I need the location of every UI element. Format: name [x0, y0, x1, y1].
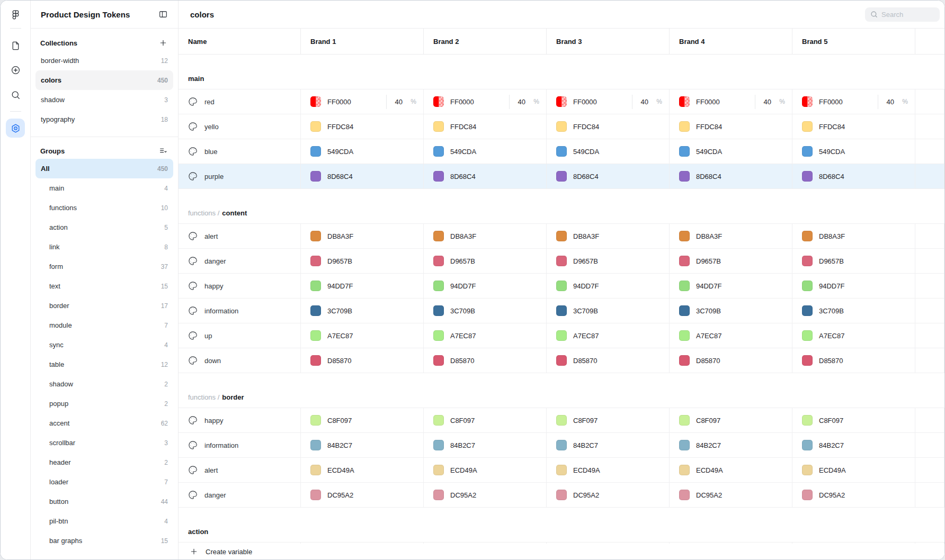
hex-value[interactable]: A7EC87	[327, 332, 353, 340]
brand-value-cell[interactable]: FF000040%	[301, 89, 424, 114]
color-swatch[interactable]	[679, 330, 690, 341]
color-swatch[interactable]	[433, 415, 444, 426]
color-swatch[interactable]	[802, 171, 813, 182]
sidebar-item-border-width[interactable]: border-width12	[35, 51, 173, 70]
brand-value-cell[interactable]: FF000040%	[792, 89, 915, 114]
sidebar-item-main[interactable]: main4	[35, 178, 173, 198]
color-swatch[interactable]	[310, 440, 321, 450]
brand-value-cell[interactable]: 3C709B	[670, 299, 792, 323]
hex-value[interactable]: C8F097	[819, 417, 843, 424]
sidebar-item-loader[interactable]: loader7	[35, 472, 173, 492]
brand-value-cell[interactable]: FFDC84	[301, 114, 424, 139]
brand-value-cell[interactable]: D9657B	[547, 249, 670, 273]
add-collection-icon[interactable]	[158, 38, 168, 48]
brand-value-cell[interactable]: FFDC84	[424, 114, 547, 139]
brand-value-cell[interactable]: 84B2C7	[792, 433, 915, 457]
hex-value[interactable]: FF0000	[573, 98, 597, 106]
figma-logo-icon[interactable]	[6, 5, 25, 24]
hex-value[interactable]: ECD49A	[327, 466, 354, 474]
hex-value[interactable]: 8D68C4	[450, 173, 476, 180]
brand-value-cell[interactable]: C8F097	[670, 408, 792, 432]
token-row-danger[interactable]: dangerDC95A2DC95A2DC95A2DC95A2DC95A2	[179, 483, 944, 508]
sidebar-item-bar-graphs[interactable]: bar graphs15	[35, 531, 173, 550]
hex-value[interactable]: A7EC87	[696, 332, 721, 340]
brand-value-cell[interactable]: 8D68C4	[792, 164, 915, 188]
sidebar-item-All[interactable]: All450	[35, 159, 173, 178]
color-swatch[interactable]	[556, 171, 567, 182]
token-row-information[interactable]: information3C709B3C709B3C709B3C709B3C709…	[179, 299, 944, 323]
color-swatch[interactable]	[679, 490, 690, 500]
brand-value-cell[interactable]: ECD49A	[301, 458, 424, 482]
brand-value-cell[interactable]: DC95A2	[424, 483, 547, 507]
hex-value[interactable]: D9657B	[696, 257, 721, 265]
brand-value-cell[interactable]: FF000040%	[670, 89, 792, 114]
hex-value[interactable]: 3C709B	[573, 307, 598, 315]
hex-value[interactable]: DB8A3F	[573, 232, 599, 240]
brand-value-cell[interactable]: ECD49A	[670, 458, 792, 482]
color-swatch[interactable]	[679, 465, 690, 475]
color-swatch[interactable]	[310, 415, 321, 426]
hex-value[interactable]: FF0000	[696, 98, 720, 106]
color-swatch[interactable]	[556, 121, 567, 132]
color-swatch[interactable]	[310, 121, 321, 132]
brand-value-cell[interactable]: 549CDA	[547, 139, 670, 164]
color-swatch[interactable]	[310, 256, 321, 266]
color-swatch[interactable]	[433, 490, 444, 500]
sidebar-item-pil-btn[interactable]: pil-btn4	[35, 511, 173, 531]
brand-value-cell[interactable]: C8F097	[547, 408, 670, 432]
hex-value[interactable]: C8F097	[573, 417, 598, 424]
color-swatch[interactable]	[556, 330, 567, 341]
color-swatch[interactable]	[310, 171, 321, 182]
hex-value[interactable]: DB8A3F	[450, 232, 476, 240]
name-cell[interactable]: happy	[179, 274, 301, 298]
brand-value-cell[interactable]: 549CDA	[792, 139, 915, 164]
hex-value[interactable]: 549CDA	[819, 148, 845, 156]
color-swatch[interactable]	[802, 305, 813, 316]
sidebar-item-action[interactable]: action5	[35, 218, 173, 237]
hex-value[interactable]: 84B2C7	[573, 441, 598, 449]
hex-value[interactable]: DC95A2	[819, 491, 845, 499]
hex-value[interactable]: FFDC84	[327, 123, 353, 131]
brand-value-cell[interactable]: C8F097	[301, 408, 424, 432]
color-swatch[interactable]	[556, 96, 567, 107]
hex-value[interactable]: A7EC87	[819, 332, 844, 340]
brand-value-cell[interactable]: ECD49A	[424, 458, 547, 482]
name-cell[interactable]: happy	[179, 408, 301, 432]
brand-value-cell[interactable]: 3C709B	[547, 299, 670, 323]
color-swatch[interactable]	[310, 231, 321, 241]
color-swatch[interactable]	[556, 146, 567, 157]
token-row-alert[interactable]: alertDB8A3FDB8A3FDB8A3FDB8A3FDB8A3F	[179, 224, 944, 249]
sidebar-item-scrollbar[interactable]: scrollbar3	[35, 433, 173, 453]
color-swatch[interactable]	[433, 305, 444, 316]
brand-value-cell[interactable]: FFDC84	[547, 114, 670, 139]
sidebar-item-border[interactable]: border17	[35, 296, 173, 315]
hex-value[interactable]: D85870	[450, 357, 475, 365]
name-cell[interactable]: danger	[179, 483, 301, 507]
brand-value-cell[interactable]: DC95A2	[301, 483, 424, 507]
search-icon[interactable]	[6, 85, 25, 104]
color-swatch[interactable]	[310, 465, 321, 475]
brand-value-cell[interactable]: DB8A3F	[424, 224, 547, 248]
hex-value[interactable]: D85870	[573, 357, 598, 365]
brand-value-cell[interactable]: A7EC87	[547, 323, 670, 348]
name-cell[interactable]: up	[179, 323, 301, 348]
brand-value-cell[interactable]: 549CDA	[301, 139, 424, 164]
hex-value[interactable]: D9657B	[819, 257, 844, 265]
alpha-value[interactable]: 40	[755, 98, 779, 106]
brand-value-cell[interactable]: D9657B	[670, 249, 792, 273]
color-swatch[interactable]	[679, 355, 690, 366]
sidebar-item-link[interactable]: link8	[35, 237, 173, 257]
color-swatch[interactable]	[802, 146, 813, 157]
file-icon[interactable]	[6, 36, 25, 55]
brand-value-cell[interactable]: D85870	[547, 348, 670, 373]
hex-value[interactable]: DB8A3F	[327, 232, 353, 240]
name-cell[interactable]: information	[179, 299, 301, 323]
collapse-groups-icon[interactable]	[158, 146, 168, 156]
color-swatch[interactable]	[802, 415, 813, 426]
color-swatch[interactable]	[556, 355, 567, 366]
color-swatch[interactable]	[802, 440, 813, 450]
brand-value-cell[interactable]: 84B2C7	[547, 433, 670, 457]
hex-value[interactable]: A7EC87	[573, 332, 599, 340]
brand-value-cell[interactable]: A7EC87	[670, 323, 792, 348]
hex-value[interactable]: FFDC84	[573, 123, 599, 131]
